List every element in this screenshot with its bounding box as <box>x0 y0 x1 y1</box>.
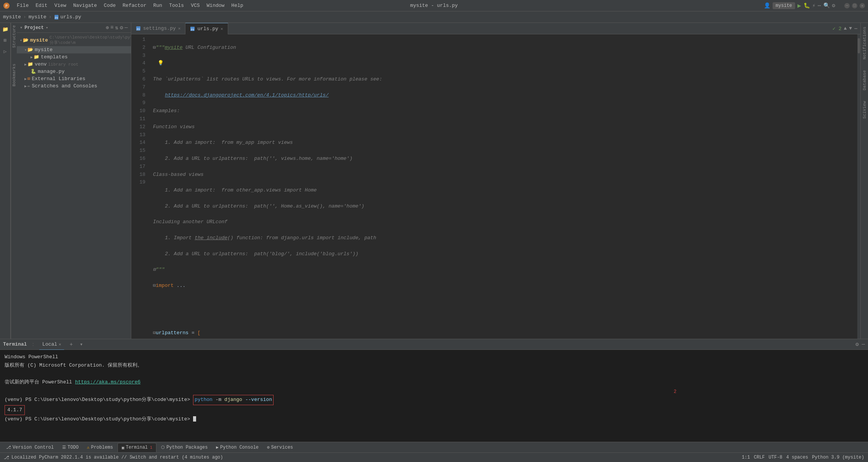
tree-item-scratches[interactable]: ▶ ✏ Scratches and Consoles <box>17 82 131 90</box>
tab-python-console[interactable]: ▶ Python Console <box>212 443 262 452</box>
sidebar-dropdown-icon[interactable]: ▾ <box>46 25 48 30</box>
encoding[interactable]: UTF-8 <box>769 455 783 460</box>
menu-tools[interactable]: Tools <box>166 2 187 9</box>
notification-text: Localized PyCharm 2022.1.4 is available … <box>11 455 223 460</box>
tab-scroll-down[interactable]: ▼ <box>849 26 852 31</box>
notifications-panel[interactable]: Notifications <box>862 27 867 60</box>
minimize-button[interactable]: — <box>844 3 850 8</box>
terminal-copyright-text: 版权所有 (C) Microsoft Corporation. 保留所有权利。 <box>5 362 142 368</box>
menu-run[interactable]: Run <box>150 2 165 9</box>
debug-button[interactable]: 🐛 <box>804 2 810 9</box>
sidebar-minimize-icon[interactable]: — <box>125 24 128 31</box>
sidebar-sort-icon[interactable]: ⇅ <box>115 24 118 31</box>
tab-problems[interactable]: ⚠ Problems <box>83 443 117 452</box>
tab-scroll-up[interactable]: ▲ <box>844 26 847 31</box>
tree-item-venv[interactable]: ▶ 📁 venv library root <box>17 61 131 68</box>
tree-item-managepy[interactable]: 🐍 manage.py <box>17 68 131 75</box>
tab-urlspy-close[interactable]: ✕ <box>221 26 223 31</box>
tab-urlspy[interactable]: py urls.py ✕ <box>185 23 228 34</box>
terminal-pscore-text: 尝试新的跨平台 PowerShell <box>5 379 75 385</box>
sidebar-settings-icon[interactable]: ⚙ <box>120 24 123 31</box>
breadcrumb-sep-2: › <box>48 14 52 20</box>
tab-urlspy-label: urls.py <box>197 26 218 32</box>
settings-button[interactable]: ⚙ <box>832 2 835 9</box>
terminal-tab-local[interactable]: Local ✕ <box>39 339 64 350</box>
run-icon[interactable]: ▷ <box>1 47 10 56</box>
project-panel-icon[interactable]: 📁 <box>1 25 10 34</box>
title-bar-right: 👤 mysite ▶ 🐛 ⚡ ⋯ 🔍 ⚙ — □ ✕ <box>764 2 865 10</box>
profile-icon[interactable]: 👤 <box>764 2 770 9</box>
sidebar-header: ▾ Project ▾ ⊕ ≡ ⇅ ⚙ — <box>17 23 131 33</box>
terminal-cmd-version: --version <box>245 397 272 402</box>
language[interactable]: Python 3.9 (mysite) <box>812 455 864 460</box>
tab-settingspy-close[interactable]: ✕ <box>178 26 181 31</box>
profile-button[interactable]: ⚡ <box>812 2 815 9</box>
breadcrumb-file[interactable]: py urls.py <box>54 14 81 20</box>
menu-file[interactable]: File <box>14 2 32 9</box>
tab-version-control[interactable]: ⎇ Version Control <box>2 443 58 452</box>
terminal-pscore-link[interactable]: https://aka.ms/pscore6 <box>75 379 141 385</box>
tab-terminal[interactable]: ▣ Terminal 1 <box>118 443 156 452</box>
indent[interactable]: 4 spaces <box>786 455 808 460</box>
menu-window[interactable]: Window <box>204 2 228 9</box>
terminal-add-tab[interactable]: + <box>67 341 75 348</box>
database-panel[interactable]: Database <box>862 70 867 90</box>
menu-navigate[interactable]: Navigate <box>70 2 100 9</box>
terminal-content[interactable]: Windows PowerShell 版权所有 (C) Microsoft Co… <box>0 350 868 442</box>
menu-vcs[interactable]: VCS <box>188 2 203 9</box>
terminal-tab-num: 1 <box>150 446 152 450</box>
tab-python-packages[interactable]: ⬡ Python Packages <box>157 443 211 452</box>
checkmark-count: ✓ 2 <box>833 26 841 32</box>
terminal-dropdown[interactable]: ▾ <box>78 341 84 348</box>
tab-settingspy[interactable]: py settings.py ✕ <box>131 23 185 34</box>
structure-panel-label[interactable]: Structure <box>11 23 17 50</box>
tree-item-templates[interactable]: ▶ 📁 templates <box>17 53 131 61</box>
menu-refactor[interactable]: Refactor <box>119 2 149 9</box>
terminal-area: Terminal : Local ✕ + ▾ ⚙ — Windows Power… <box>0 339 868 442</box>
terminal-settings-icon[interactable]: ⚙ <box>855 341 858 348</box>
terminal-label: Terminal <box>3 341 27 347</box>
terminal-tab-local-close[interactable]: ✕ <box>59 342 61 347</box>
terminal-icon: ▣ <box>122 445 124 450</box>
terminal-cmd-box: python -m django --version <box>193 395 274 405</box>
bookmarks-panel-label[interactable]: Bookmarks <box>11 61 17 89</box>
commit-icon[interactable]: ⊞ <box>1 36 10 45</box>
breadcrumb-mysite[interactable]: mysite <box>29 14 47 20</box>
terminal-cursor <box>193 416 196 422</box>
line-ending[interactable]: CRLF <box>754 455 765 460</box>
menu-view[interactable]: View <box>51 2 69 9</box>
tab-services[interactable]: ⚙ Services <box>263 443 297 452</box>
run-button[interactable]: ▶ <box>797 2 801 10</box>
terminal-minimize-icon[interactable]: — <box>862 341 865 348</box>
close-button[interactable]: ✕ <box>860 3 865 8</box>
terminal-shell-name: Windows PowerShell <box>5 354 58 360</box>
terminal-line-blank2 <box>5 386 863 395</box>
tree-label-managepy: manage.py <box>38 69 64 74</box>
terminal-prompt-text: (venv) PS C:\Users\lenovo\Desktop\study\… <box>5 397 193 402</box>
editor-tabs: py settings.py ✕ py urls.py ✕ ✓ 2 ▲ ▼ ⋯ <box>131 23 860 34</box>
tree-item-extlibs[interactable]: ▶ ⊞ External Libraries <box>17 75 131 82</box>
tree-label-mysite: mysite <box>35 47 53 53</box>
tree-item-root[interactable]: ▾ 📂 mysite C:\Users\lenovo\Desktop\study… <box>17 34 131 46</box>
breadcrumb-project[interactable]: mysite <box>3 14 21 20</box>
cursor-position[interactable]: 1:1 <box>742 455 750 460</box>
tree-item-mysite[interactable]: ▾ 📂 mysite <box>17 46 131 53</box>
sidebar-collapse-icon[interactable]: ≡ <box>110 24 113 31</box>
tab-more[interactable]: ⋯ <box>854 26 857 32</box>
search-button[interactable]: 🔍 <box>823 2 830 9</box>
sidebar-locate-icon[interactable]: ⊕ <box>106 24 109 31</box>
more-actions[interactable]: ⋯ <box>818 2 821 9</box>
menu-help[interactable]: Help <box>228 2 246 9</box>
title-bar-left: P File Edit View Navigate Code Refactor … <box>3 2 246 9</box>
terminal-line-pscore: 尝试新的跨平台 PowerShell https://aka.ms/pscore… <box>5 378 863 386</box>
tree-path-root: C:\Users\lenovo\Desktop\study\python分享\c… <box>50 35 131 45</box>
folder-icon-templates: 📁 <box>34 54 39 60</box>
sciview-panel[interactable]: SciView <box>862 101 867 119</box>
tab-services-label: Services <box>271 445 293 450</box>
link-djangoproject[interactable]: https://docs.djangoproject.com/en/4.1/to… <box>165 92 329 98</box>
maximize-button[interactable]: □ <box>852 3 857 8</box>
project-selector[interactable]: mysite <box>773 2 795 9</box>
tab-todo[interactable]: ☰ TODO <box>58 443 82 452</box>
menu-code[interactable]: Code <box>101 2 119 9</box>
menu-edit[interactable]: Edit <box>32 2 50 9</box>
